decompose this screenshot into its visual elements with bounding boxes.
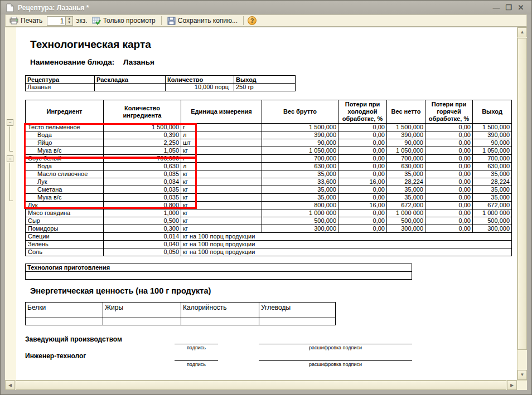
energy-col-header: Жиры — [103, 303, 181, 318]
dish-label: Наименование блюда: — [30, 58, 114, 66]
window-title: Рецептура: Лазанья * — [18, 4, 490, 12]
spin-up-icon[interactable]: ▲ — [66, 17, 72, 21]
qty-cell: 0,300 — [104, 225, 181, 233]
yield-cell: 700,000 — [473, 155, 512, 163]
view-only-label: Только просмотр — [103, 17, 156, 25]
horizontal-scrollbar[interactable]: ◀ ▶ — [5, 380, 527, 390]
toolbar-separator — [243, 16, 244, 25]
net-weight-cell: 390,000 — [387, 131, 425, 139]
printer-icon — [9, 17, 18, 25]
vertical-scrollbar[interactable]: ▲ ▼ — [517, 27, 527, 380]
signature-decrypt-line: расшифровка подписи — [259, 360, 412, 367]
energy-value-cell — [26, 318, 103, 325]
title-bar[interactable]: Рецептура: Лазанья * — ❒ ✕ — [1, 1, 531, 14]
gross-weight-cell: 1 000 000 — [262, 209, 338, 217]
help-icon[interactable]: ? — [248, 16, 257, 25]
cold-loss-cell: 0,00 — [338, 163, 387, 170]
ingredient-row: Зелень0,040кг на 100 порц продукции — [26, 241, 512, 248]
unit-cell: кг на 100 порц продукции — [181, 233, 512, 241]
group-2-line — [9, 163, 13, 201]
gross-weight-cell: 1 050,000 — [262, 147, 338, 155]
hot-loss-cell: 0,00 — [425, 202, 473, 209]
net-weight-cell: 35,000 — [387, 170, 425, 178]
maximize-button[interactable]: ❒ — [502, 3, 515, 13]
signature-line: подпись — [175, 360, 218, 367]
save-copy-button[interactable]: Сохранить копию... — [166, 16, 239, 26]
scroll-up-button[interactable]: ▲ — [518, 27, 527, 37]
net-weight-cell: 90,000 — [387, 139, 425, 147]
ingredient-row: Помидоры0,300кг300,0000,00300,0000,00300… — [26, 225, 512, 233]
signature-row: Инженер-технолог подпись расшифровка под… — [25, 352, 517, 367]
minimize-button[interactable]: — — [490, 3, 502, 13]
save-icon — [167, 17, 176, 25]
vertical-scroll-track[interactable] — [518, 350, 527, 370]
horizontal-scroll-thumb[interactable] — [16, 381, 506, 390]
collapse-group-1-button[interactable]: − — [7, 119, 13, 126]
main-table-head-row: ИнгредиентКоличество ингредиентаЕдиница … — [26, 100, 512, 124]
net-weight-cell: 28,224 — [387, 178, 425, 186]
technology-content-cell — [26, 272, 412, 280]
yield-cell: 300,000 — [473, 225, 512, 233]
energy-value-cell — [103, 318, 181, 325]
ingredient-cell: Сыр — [26, 217, 104, 225]
net-weight-cell: 35,000 — [387, 186, 425, 194]
energy-data-row — [26, 318, 336, 325]
vertical-scroll-thumb[interactable] — [518, 38, 527, 350]
technology-header-cell: Технология приготовления — [26, 264, 412, 272]
page-title: Технологическая карта — [30, 38, 517, 51]
dish-name-line: Наименование блюда: Лазанья — [30, 58, 517, 66]
qty-cell: 0,040 — [104, 241, 181, 248]
cold-loss-cell: 0,00 — [338, 217, 387, 225]
hot-loss-cell: 0,00 — [425, 170, 473, 178]
recipe-table-data-row: Лазанья10,000 порц250 гр — [26, 84, 296, 91]
yield-cell: 90,000 — [473, 139, 512, 147]
gross-weight-cell: 35,000 — [262, 170, 338, 178]
print-button[interactable]: Печать — [8, 16, 44, 25]
scroll-right-button[interactable]: ▶ — [507, 381, 517, 390]
hot-loss-cell: 0,00 — [425, 186, 473, 194]
scroll-left-button[interactable]: ◀ — [5, 381, 15, 390]
gross-weight-cell: 500,000 — [262, 217, 338, 225]
cold-loss-cell: 0,00 — [338, 170, 387, 178]
main-col-header: Потери при холодной обработке, % — [338, 100, 387, 124]
save-copy-label: Сохранить копию... — [178, 17, 238, 25]
cold-loss-cell: 0,00 — [338, 209, 387, 217]
recipe-col-header: Рецептура — [26, 76, 95, 84]
cold-loss-cell: 0,00 — [338, 225, 387, 233]
signature-role: Инженер-технолог — [25, 352, 175, 360]
net-weight-cell: 672,000 — [387, 202, 425, 209]
recipe-summary-table: РецептураРаскладкаКоличествоВыход Лазань… — [25, 75, 296, 91]
net-weight-cell: 35,000 — [387, 194, 425, 202]
spin-down-icon[interactable]: ▼ — [66, 21, 72, 25]
collapse-group-2-button[interactable]: − — [7, 155, 13, 162]
close-button[interactable]: ✕ — [515, 3, 527, 13]
arrow-left-icon: ◀ — [8, 383, 12, 388]
main-col-header: Вес брутто — [262, 100, 338, 124]
scroll-down-button[interactable]: ▼ — [518, 370, 527, 380]
gross-weight-cell: 390,000 — [262, 131, 338, 139]
recipe-col-header: Выход — [234, 76, 296, 84]
recipe-col-header: Количество — [166, 76, 234, 84]
unit-cell: кг на 100 порц продукции — [181, 241, 512, 248]
view-only-icon — [92, 17, 101, 25]
print-label: Печать — [21, 17, 42, 25]
gross-weight-cell: 300,000 — [262, 225, 338, 233]
cold-loss-cell: 0,00 — [338, 147, 387, 155]
hot-loss-cell: 0,00 — [425, 178, 473, 186]
cold-loss-cell: 0,00 — [338, 139, 387, 147]
hot-loss-cell: 0,00 — [425, 124, 473, 131]
signature-row: Заведующий производством подпись расшифр… — [25, 335, 517, 350]
group-1-line — [9, 126, 13, 152]
ingredient-cell: Зелень — [26, 241, 104, 248]
signature-role: Заведующий производством — [25, 335, 175, 343]
hot-loss-cell: 0,00 — [425, 131, 473, 139]
unit-cell: кг — [181, 217, 262, 225]
copies-stepper[interactable]: 1 ▲ ▼ — [47, 16, 73, 26]
yield-cell: 390,000 — [473, 131, 512, 139]
energy-col-header: Белки — [26, 303, 103, 318]
yield-cell: 672,000 — [473, 202, 512, 209]
yield-cell: 1 000 000 — [473, 209, 512, 217]
copies-value[interactable]: 1 — [47, 17, 65, 25]
document-icon — [6, 3, 14, 12]
view-only-button[interactable]: Только просмотр — [90, 16, 157, 26]
